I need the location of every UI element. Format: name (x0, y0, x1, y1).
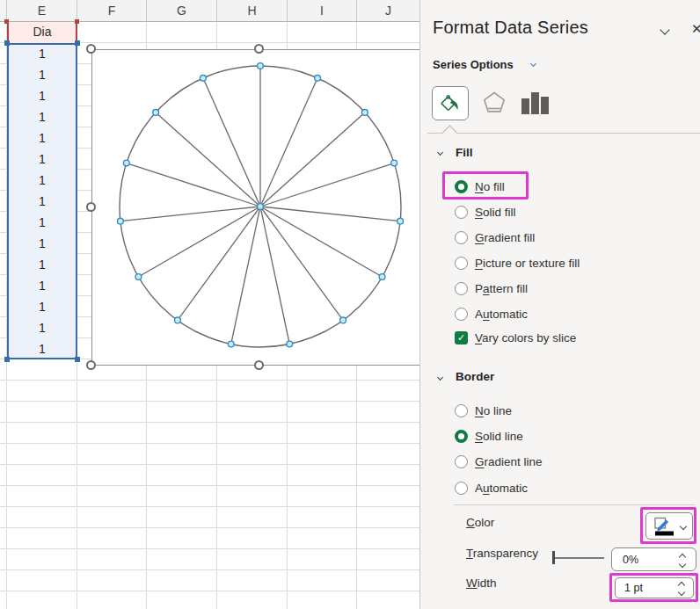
selected-tab-notch (441, 125, 457, 141)
cell-value[interactable]: 1 (7, 127, 77, 149)
option-no-fill[interactable]: No fill (455, 178, 505, 195)
line-color-button[interactable] (645, 512, 693, 540)
chart-resize-handle-bottom-left[interactable] (86, 360, 96, 370)
option-automatic-line[interactable]: Automatic (455, 479, 528, 497)
cell-value[interactable]: 1 (7, 170, 77, 191)
cell-value[interactable]: 1 (7, 338, 77, 359)
tab-fill-and-line[interactable] (432, 86, 469, 120)
transparency-slider-track[interactable] (555, 557, 604, 559)
option-no-line[interactable]: No line (455, 402, 512, 419)
cell-value[interactable]: 1 (7, 233, 77, 254)
selection-handle[interactable] (4, 40, 10, 46)
cell-value[interactable]: 1 (7, 275, 77, 296)
radio-no-fill[interactable] (455, 180, 468, 193)
cell-value[interactable]: 1 (7, 317, 77, 338)
cell-value[interactable]: 1 (7, 254, 77, 275)
option-label: Gradient line (475, 455, 543, 468)
selected-value-range[interactable]: 1 1 1 1 1 1 1 1 1 1 1 1 1 1 1 (7, 43, 77, 359)
format-data-series-pane: Format Data Series ✕ Series Options (419, 0, 700, 609)
chart-resize-handle-top-left[interactable] (86, 44, 96, 54)
option-solid-fill[interactable]: Solid fill (455, 203, 516, 221)
color-dropdown-chevron-icon[interactable] (680, 523, 687, 530)
line-color-pencil-icon (654, 517, 674, 536)
option-solid-line[interactable]: Solid line (455, 427, 523, 445)
color-label: Color (466, 516, 494, 529)
option-gradient-line[interactable]: Gradient line (455, 453, 543, 470)
series-options-label[interactable]: Series Options (433, 58, 514, 71)
option-pattern-fill[interactable]: Pattern fill (455, 279, 528, 297)
column-header-H[interactable]: H (217, 0, 288, 21)
range-handle[interactable] (4, 19, 9, 24)
radio-picture-fill[interactable] (455, 257, 468, 270)
cell-value[interactable]: 1 (7, 191, 77, 212)
option-label: No line (475, 404, 512, 417)
close-icon[interactable]: ✕ (691, 21, 700, 37)
selection-handle[interactable] (75, 357, 80, 362)
radio-automatic-fill[interactable] (455, 308, 468, 321)
border-collapse-chevron-icon[interactable] (437, 374, 443, 381)
cell-value[interactable]: 1 (7, 64, 77, 85)
tab-series-options[interactable] (521, 91, 551, 114)
selection-handle[interactable] (75, 40, 80, 46)
radio-solid-line[interactable] (455, 430, 468, 443)
option-label: Solid fill (475, 206, 516, 219)
cell-value[interactable]: 1 (7, 43, 77, 64)
radio-no-line[interactable] (455, 404, 468, 417)
series-options-chevron-down-icon[interactable] (530, 61, 536, 67)
spreadsheet-area: E F G H I J Dia 1 1 1 1 1 1 1 1 1 1 1 1 … (0, 0, 419, 609)
width-spinner[interactable]: 1 pt (615, 577, 694, 598)
column-header-J[interactable]: J (357, 0, 419, 21)
option-automatic-fill[interactable]: Automatic (455, 305, 528, 323)
option-label: Solid line (475, 430, 523, 443)
option-label: No fill (475, 180, 505, 193)
pie-chart-object[interactable] (91, 49, 419, 366)
width-label: Width (466, 576, 497, 590)
column-header-E[interactable]: E (7, 0, 77, 21)
range-handle[interactable] (75, 19, 79, 24)
tab-divider (427, 133, 700, 134)
radio-automatic-line[interactable] (455, 482, 468, 495)
column-headers: E F G H I J (0, 0, 419, 22)
radio-gradient-line[interactable] (455, 455, 468, 468)
transparency-value[interactable]: 0% (623, 548, 638, 570)
paint-bucket-icon (439, 92, 462, 115)
border-fields-divider (454, 504, 695, 505)
tab-effects[interactable] (481, 91, 507, 115)
column-header-I[interactable]: I (288, 0, 357, 21)
fill-collapse-chevron-icon[interactable] (437, 149, 443, 156)
width-decrement-icon[interactable] (678, 589, 685, 596)
chart-resize-handle-middle-left[interactable] (86, 202, 96, 212)
cell-value[interactable]: 1 (7, 296, 77, 317)
fill-section-header[interactable]: Fill (456, 146, 473, 159)
option-gradient-fill[interactable]: Gradient fill (455, 228, 535, 246)
chart-resize-handle-top-center[interactable] (254, 44, 264, 54)
cell-value[interactable]: 1 (7, 106, 77, 127)
pane-title-chevron-down-icon[interactable] (660, 25, 669, 34)
radio-pattern-fill[interactable] (455, 282, 468, 295)
width-value[interactable]: 1 pt (624, 578, 643, 598)
radio-solid-fill[interactable] (455, 206, 468, 219)
bar-chart-icon (531, 92, 539, 114)
pentagon-icon (482, 91, 507, 115)
transparency-spinner[interactable]: 0% (611, 547, 696, 571)
option-label: Vary colors by slice (475, 331, 576, 344)
option-vary-colors-by-slice[interactable]: ✓ Vary colors by slice (455, 329, 576, 346)
transparency-decrement-icon[interactable] (679, 561, 686, 568)
column-header-F[interactable]: F (77, 0, 147, 21)
transparency-label: Transparency (466, 547, 538, 560)
cell-E1-dia[interactable]: Dia (7, 22, 77, 43)
bar-chart-icon (521, 98, 529, 114)
cell-value[interactable]: 1 (7, 85, 77, 106)
cell-value[interactable]: 1 (7, 212, 77, 233)
selection-handle[interactable] (4, 357, 10, 362)
pie-chart[interactable] (92, 50, 420, 366)
chart-resize-handle-bottom-center[interactable] (254, 360, 264, 370)
cell-value[interactable]: 1 (7, 149, 77, 170)
option-label: Automatic (475, 482, 528, 495)
border-section-header[interactable]: Border (456, 370, 494, 383)
checkbox-vary-colors[interactable]: ✓ (455, 331, 468, 344)
option-picture-or-texture-fill[interactable]: Picture or texture fill (455, 254, 580, 272)
column-header-G[interactable]: G (147, 0, 217, 21)
option-label: Picture or texture fill (475, 257, 580, 270)
radio-gradient-fill[interactable] (455, 231, 468, 244)
